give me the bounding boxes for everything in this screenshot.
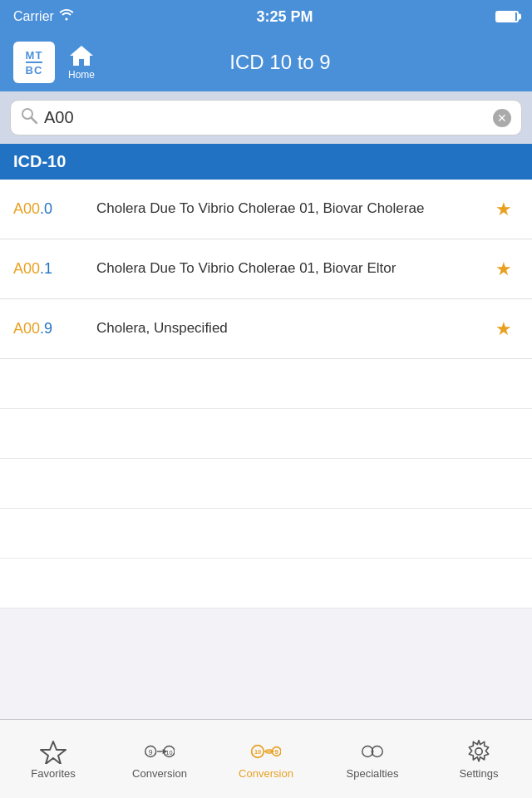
home-button[interactable]: Home <box>68 44 95 81</box>
conversion-9to10-icon: 9 10 <box>145 739 175 764</box>
tab-settings[interactable]: Settings <box>426 720 532 798</box>
svg-line-1 <box>32 118 37 123</box>
code-prefix-0: A00 <box>13 200 40 217</box>
tab-specialties-label: Specialties <box>347 767 399 780</box>
tab-conversion-10to9-label: Conversion <box>239 767 293 780</box>
search-input[interactable] <box>44 108 486 127</box>
tab-favorites-label: Favorites <box>31 767 75 780</box>
code-prefix-1: A00 <box>13 260 40 277</box>
description-1: Cholera Due To Vibrio Cholerae 01, Biova… <box>96 259 489 278</box>
code-suffix-1: .1 <box>40 260 52 277</box>
battery-icon <box>495 11 519 22</box>
empty-row <box>0 559 532 608</box>
clear-button[interactable]: ✕ <box>493 109 511 127</box>
empty-row <box>0 359 532 409</box>
specialties-icon <box>357 739 387 764</box>
star-2[interactable]: ★ <box>489 318 519 340</box>
section-header-label: ICD-10 <box>13 152 66 170</box>
description-0: Cholera Due To Vibrio Cholerae 01, Biova… <box>96 200 489 219</box>
code-suffix-0: .0 <box>40 200 52 217</box>
icd-code-1: A00.1 <box>13 260 96 278</box>
search-bar: ✕ <box>10 100 522 135</box>
page-title: ICD 10 to 9 <box>108 51 519 74</box>
home-label: Home <box>68 69 95 81</box>
tab-favorites[interactable]: Favorites <box>0 720 106 798</box>
settings-icon <box>464 739 494 764</box>
app-header: MT BC Home ICD 10 to 9 <box>0 33 532 91</box>
status-time: 3:25 PM <box>256 8 313 26</box>
code-suffix-2: .9 <box>40 320 52 337</box>
icd-code-2: A00.9 <box>13 320 96 337</box>
list-item[interactable]: A00.9 Cholera, Unspecified ★ <box>0 299 532 359</box>
tab-bar: Favorites 9 10 Conversion 10 9 Conver <box>0 719 532 798</box>
star-0[interactable]: ★ <box>489 199 519 220</box>
empty-row <box>0 459 532 509</box>
list-item[interactable]: A00.0 Cholera Due To Vibrio Cholerae 01,… <box>0 180 532 239</box>
description-2: Cholera, Unspecified <box>96 319 489 338</box>
svg-text:10: 10 <box>166 748 173 756</box>
search-container: ✕ <box>0 91 532 144</box>
status-right <box>495 11 519 22</box>
icd-code-0: A00.0 <box>13 200 96 218</box>
empty-rows <box>0 359 532 608</box>
home-icon <box>68 44 95 67</box>
svg-marker-2 <box>41 741 66 764</box>
svg-text:9: 9 <box>149 747 153 756</box>
code-prefix-2: A00 <box>13 320 40 337</box>
conversion-10to9-icon: 10 9 <box>251 739 281 764</box>
logo-bottom: BC <box>26 62 43 76</box>
wifi-icon <box>59 9 74 24</box>
svg-text:10: 10 <box>254 748 261 756</box>
tab-conversion-9to10-label: Conversion <box>132 767 187 780</box>
app-logo: MT BC <box>13 42 55 83</box>
tab-settings-label: Settings <box>460 767 499 780</box>
results-list: A00.0 Cholera Due To Vibrio Cholerae 01,… <box>0 180 532 608</box>
section-header: ICD-10 <box>0 144 532 180</box>
tab-conversion-9to10[interactable]: 9 10 Conversion <box>106 720 213 798</box>
empty-row <box>0 409 532 459</box>
list-item[interactable]: A00.1 Cholera Due To Vibrio Cholerae 01,… <box>0 239 532 299</box>
tab-conversion-10to9[interactable]: 10 9 Conversion <box>213 720 319 798</box>
status-left: Carrier <box>13 9 74 24</box>
status-bar: Carrier 3:25 PM <box>0 0 532 33</box>
search-icon <box>21 107 37 128</box>
logo-top: MT <box>26 50 43 61</box>
svg-point-22 <box>475 747 482 754</box>
empty-row <box>0 509 532 559</box>
carrier-label: Carrier <box>13 9 54 24</box>
favorites-icon <box>38 739 68 764</box>
tab-specialties[interactable]: Specialties <box>319 720 426 798</box>
svg-text:9: 9 <box>274 748 278 756</box>
star-1[interactable]: ★ <box>489 259 519 280</box>
